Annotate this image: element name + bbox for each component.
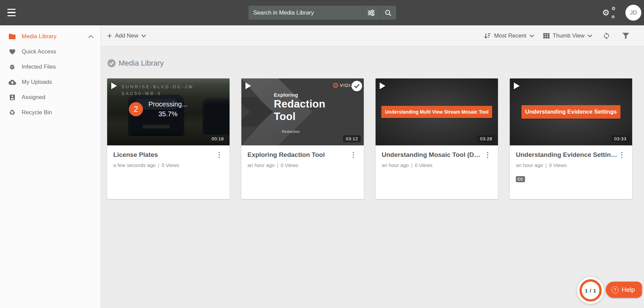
- avatar-initials: JD: [630, 9, 637, 16]
- card-meta: an hour ago|0 Views: [382, 162, 492, 168]
- card-meta: a few seconds ago|0 Views: [113, 162, 223, 168]
- video-thumbnail[interactable]: SUNRISE-BLVD-OC-JW SAC50-WB-3 2 Processi…: [107, 78, 230, 145]
- avatar[interactable]: JD: [625, 5, 641, 21]
- pagination-indicator[interactable]: 1 / 1: [577, 277, 604, 304]
- sort-icon: [484, 33, 491, 39]
- sidebar-item-assigned[interactable]: Assigned: [0, 90, 100, 105]
- add-new-button[interactable]: + Add New: [107, 32, 146, 40]
- card-info: Exploring Redaction Tool ⋮ an hour ago|0…: [241, 145, 364, 168]
- tune-icon: [367, 10, 375, 16]
- help-button[interactable]: ? Help: [606, 282, 642, 298]
- media-card: SUNRISE-BLVD-OC-JW SAC50-WB-3 2 Processi…: [107, 78, 230, 199]
- duration-badge: 03:12: [343, 135, 361, 142]
- filter-button[interactable]: [621, 32, 631, 39]
- video-thumbnail[interactable]: Understanding Multi View Stream Mosaic T…: [376, 78, 498, 145]
- sidebar-item-label: Assigned: [22, 94, 45, 101]
- processing-status: 2 Processing... 35.7%: [129, 99, 188, 119]
- search-filters-button[interactable]: [363, 6, 379, 20]
- card-title[interactable]: License Plates: [113, 151, 158, 159]
- play-icon: [514, 82, 520, 89]
- duration-badge: 00:18: [209, 135, 226, 142]
- help-label: Help: [622, 286, 635, 293]
- kebab-menu-icon[interactable]: ⋮: [483, 151, 492, 158]
- chevron-down-icon: [529, 34, 534, 37]
- chevron-up-icon[interactable]: [88, 33, 94, 40]
- kebab-menu-icon[interactable]: ⋮: [618, 151, 626, 158]
- thumbnail-title-banner: Understanding Evidence Settings: [521, 105, 620, 119]
- card-info: Understanding Mosaic Tool (D… ⋮ an hour …: [376, 145, 498, 168]
- selected-check-icon[interactable]: [352, 81, 362, 91]
- menu-icon[interactable]: [7, 9, 16, 16]
- slide-footer: Redaction: [282, 129, 300, 134]
- gear-icon: ⚙: [611, 15, 615, 19]
- bug-icon: [8, 64, 17, 70]
- sidebar-item-infected-files[interactable]: Infected Files: [0, 59, 100, 74]
- folder-icon: [8, 33, 17, 40]
- chevron-down-icon: [141, 34, 146, 37]
- card-title[interactable]: Understanding Mosaic Tool (D…: [382, 151, 480, 159]
- media-grid: SUNRISE-BLVD-OC-JW SAC50-WB-3 2 Processi…: [107, 78, 644, 199]
- heart-icon: [8, 48, 17, 55]
- filter-funnel-icon: [622, 32, 629, 39]
- play-icon: [380, 82, 385, 89]
- sidebar-item-label: My Uploads: [22, 79, 52, 86]
- sidebar-item-label: Infected Files: [22, 64, 56, 70]
- sort-dropdown[interactable]: Most Recent: [484, 32, 534, 39]
- duration-badge: 03:28: [477, 135, 495, 142]
- pagination-label: 1 / 1: [585, 288, 596, 293]
- card-info: Understanding Evidence Settin… ⋮ an hour…: [510, 145, 632, 182]
- add-new-label: Add New: [115, 32, 138, 39]
- sidebar-item-quick-access[interactable]: Quick Access: [0, 44, 100, 59]
- kebab-menu-icon[interactable]: ⋮: [349, 151, 358, 158]
- cloud-upload-icon: [8, 79, 17, 85]
- topbar: ⚙ ⚙ ⚙ JD: [0, 0, 644, 25]
- duration-badge: 03:33: [612, 135, 629, 142]
- search-submit-button[interactable]: [380, 6, 396, 20]
- video-thumbnail[interactable]: Understanding Evidence Settings 03:33: [510, 78, 632, 145]
- sidebar: Media Library Quick Access Infected File…: [0, 25, 101, 308]
- card-title[interactable]: Exploring Redaction Tool: [247, 151, 325, 159]
- sidebar-item-label: Media Library: [22, 33, 56, 40]
- kebab-menu-icon[interactable]: ⋮: [215, 151, 223, 158]
- search-icon: [385, 9, 391, 16]
- media-card: Understanding Multi View Stream Mosaic T…: [376, 78, 498, 199]
- processing-percent: 35.7%: [148, 109, 188, 119]
- sidebar-item-recycle-bin[interactable]: ♻ Recycle Bin: [0, 105, 100, 120]
- search-input[interactable]: [248, 6, 362, 20]
- admin-settings-button[interactable]: ⚙ ⚙ ⚙: [602, 6, 616, 20]
- media-card: Understanding Evidence Settings 03:33 Un…: [510, 78, 632, 199]
- grid-view-icon: [543, 33, 550, 39]
- processing-step-badge: 2: [129, 102, 143, 116]
- plus-icon: +: [107, 32, 112, 40]
- thumbnail-title-banner: Understanding Multi View Stream Mosaic T…: [381, 106, 492, 118]
- toolbar-right: Most Recent Thumb View: [484, 32, 631, 40]
- toolbar: + Add New Most Recent: [101, 25, 644, 46]
- card-title[interactable]: Understanding Evidence Settin…: [516, 151, 617, 159]
- view-dropdown[interactable]: Thumb View: [543, 32, 592, 39]
- page-title: Media Library: [119, 59, 164, 68]
- thumbnail-art: [202, 98, 230, 135]
- content-area: Media Library SUNRISE-BLVD-OC-JW SAC50-W…: [101, 47, 644, 308]
- card-info: License Plates ⋮ a few seconds ago|0 Vie…: [107, 145, 230, 168]
- slide-text: Exploring Redaction Tool: [274, 92, 326, 123]
- sidebar-item-label: Recycle Bin: [22, 109, 52, 116]
- card-meta: an hour ago|0 Views: [516, 162, 626, 168]
- app-root: ⚙ ⚙ ⚙ JD Media Library Quick Access: [0, 0, 644, 308]
- sidebar-item-media-library[interactable]: Media Library: [0, 29, 100, 44]
- refresh-icon: [603, 32, 610, 40]
- video-thumbnail[interactable]: VIDIZM Exploring Redaction Tool Redactio…: [241, 78, 364, 145]
- search-bar: [248, 6, 396, 20]
- sidebar-item-label: Quick Access: [22, 48, 56, 55]
- view-label: Thumb View: [553, 32, 585, 39]
- processing-label: Processing...: [148, 99, 188, 109]
- main-area: + Add New Most Recent: [101, 25, 644, 308]
- check-circle-icon[interactable]: [107, 59, 116, 68]
- refresh-button[interactable]: [601, 32, 612, 40]
- topbar-actions: ⚙ ⚙ ⚙ JD: [602, 0, 641, 25]
- media-card: VIDIZM Exploring Redaction Tool Redactio…: [241, 78, 364, 199]
- chevron-down-icon: [588, 34, 592, 37]
- card-meta: an hour ago|0 Views: [247, 162, 358, 168]
- thumbnail-caption: SUNRISE-BLVD-OC-JW SAC50-WB-3: [121, 84, 194, 97]
- sidebar-item-my-uploads[interactable]: My Uploads: [0, 74, 100, 90]
- assignment-icon: [8, 94, 17, 101]
